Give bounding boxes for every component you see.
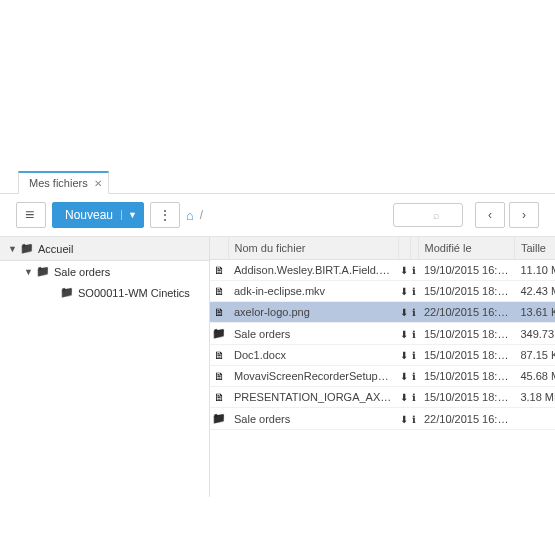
file-modified: 15/10/2015 18:… bbox=[418, 323, 514, 345]
file-modified: 22/10/2015 16:… bbox=[418, 302, 514, 323]
download-icon: ⬇ bbox=[400, 350, 408, 361]
info-icon: ℹ bbox=[412, 265, 416, 276]
file-modified: 22/10/2015 16:… bbox=[418, 408, 514, 430]
info-icon: ℹ bbox=[412, 329, 416, 340]
download-button[interactable]: ⬇ bbox=[398, 408, 410, 430]
folder-icon: 📁 bbox=[212, 412, 226, 424]
download-button[interactable]: ⬇ bbox=[398, 260, 410, 281]
vertical-dots-icon: ⋮ bbox=[158, 208, 172, 222]
download-button[interactable]: ⬇ bbox=[398, 345, 410, 366]
download-icon: ⬇ bbox=[400, 392, 408, 403]
file-size bbox=[514, 408, 555, 430]
table-row[interactable]: 🗎PRESENTATION_IORGA_AXELOR_150416_…⬇ℹ15/… bbox=[210, 387, 555, 408]
file-size: 87.15 KB bbox=[514, 345, 555, 366]
file-name: axelor-logo.png bbox=[228, 302, 398, 323]
file-grid: Nom du fichier Modifié le Taille 🗎Addiso… bbox=[210, 237, 555, 497]
folder-icon bbox=[20, 242, 34, 255]
close-icon[interactable]: ✕ bbox=[94, 178, 102, 189]
tree-root-label: Accueil bbox=[38, 243, 73, 255]
caret-down-icon: ▼ bbox=[24, 267, 32, 277]
file-size: 349.73 KB bbox=[514, 323, 555, 345]
file-modified: 15/10/2015 18:… bbox=[418, 387, 514, 408]
download-icon: ⬇ bbox=[400, 329, 408, 340]
download-icon: ⬇ bbox=[400, 286, 408, 297]
file-size: 45.68 MB bbox=[514, 366, 555, 387]
file-modified: 15/10/2015 18:… bbox=[418, 345, 514, 366]
tree-item-label: Sale orders bbox=[54, 266, 110, 278]
file-size: 42.43 MB bbox=[514, 281, 555, 302]
folder-tree: ▼ Accueil ▼Sale ordersSO00011-WM Cinetic… bbox=[0, 237, 210, 497]
info-button[interactable]: ℹ bbox=[410, 366, 418, 387]
caret-down-icon: ▼ bbox=[8, 244, 16, 254]
file-icon: 🗎 bbox=[214, 264, 225, 276]
search-icon: ⌕ bbox=[433, 209, 440, 221]
more-actions-button[interactable]: ⋮ bbox=[150, 202, 180, 228]
download-button[interactable]: ⬇ bbox=[398, 302, 410, 323]
breadcrumb-sep: / bbox=[200, 208, 203, 222]
col-info bbox=[410, 237, 418, 260]
col-size[interactable]: Taille bbox=[514, 237, 555, 260]
info-icon: ℹ bbox=[412, 371, 416, 382]
new-button-label: Nouveau bbox=[65, 208, 113, 222]
download-button[interactable]: ⬇ bbox=[398, 366, 410, 387]
next-button[interactable]: › bbox=[509, 202, 539, 228]
info-icon: ℹ bbox=[412, 392, 416, 403]
info-button[interactable]: ℹ bbox=[410, 323, 418, 345]
file-modified: 15/10/2015 18:… bbox=[418, 366, 514, 387]
home-icon[interactable]: ⌂ bbox=[186, 208, 194, 223]
file-icon: 🗎 bbox=[214, 306, 225, 318]
file-name: Sale orders bbox=[228, 323, 398, 345]
file-name: Addison.Wesley.BIRT.A.Field.Guide.3rd.Ed… bbox=[228, 260, 398, 281]
info-button[interactable]: ℹ bbox=[410, 408, 418, 430]
file-name: adk-in-eclipse.mkv bbox=[228, 281, 398, 302]
download-button[interactable]: ⬇ bbox=[398, 323, 410, 345]
info-button[interactable]: ℹ bbox=[410, 302, 418, 323]
table-row[interactable]: 📁Sale orders⬇ℹ15/10/2015 18:…349.73 KB bbox=[210, 323, 555, 345]
info-icon: ℹ bbox=[412, 414, 416, 425]
folder-icon bbox=[60, 286, 74, 299]
hamburger-icon bbox=[25, 207, 37, 223]
table-row[interactable]: 🗎adk-in-eclipse.mkv⬇ℹ15/10/2015 18:…42.4… bbox=[210, 281, 555, 302]
tree-item[interactable]: ▼Sale orders bbox=[0, 261, 209, 282]
info-icon: ℹ bbox=[412, 286, 416, 297]
tab-my-files[interactable]: Mes fichiers ✕ bbox=[18, 171, 109, 194]
col-modified[interactable]: Modifié le bbox=[418, 237, 514, 260]
file-size: 13.61 KB bbox=[514, 302, 555, 323]
file-size: 11.10 MB bbox=[514, 260, 555, 281]
table-row[interactable]: 🗎axelor-logo.png⬇ℹ22/10/2015 16:…13.61 K… bbox=[210, 302, 555, 323]
info-button[interactable]: ℹ bbox=[410, 260, 418, 281]
search-input[interactable]: ⌕ bbox=[393, 203, 463, 227]
menu-button[interactable] bbox=[16, 202, 46, 228]
table-row[interactable]: 🗎MovaviScreenRecorderSetupC.exe⬇ℹ15/10/2… bbox=[210, 366, 555, 387]
file-icon: 🗎 bbox=[214, 391, 225, 403]
tree-item-label: SO00011-WM Cinetics bbox=[78, 287, 190, 299]
file-icon: 🗎 bbox=[214, 349, 225, 361]
col-name[interactable]: Nom du fichier bbox=[228, 237, 398, 260]
file-icon: 🗎 bbox=[214, 285, 225, 297]
info-button[interactable]: ℹ bbox=[410, 387, 418, 408]
table-row[interactable]: 🗎Addison.Wesley.BIRT.A.Field.Guide.3rd.E… bbox=[210, 260, 555, 281]
table-row[interactable]: 📁Sale orders⬇ℹ22/10/2015 16:… bbox=[210, 408, 555, 430]
tree-item[interactable]: SO00011-WM Cinetics bbox=[0, 282, 209, 303]
download-button[interactable]: ⬇ bbox=[398, 387, 410, 408]
info-icon: ℹ bbox=[412, 350, 416, 361]
file-modified: 19/10/2015 16:… bbox=[418, 260, 514, 281]
tree-root[interactable]: ▼ Accueil bbox=[0, 237, 209, 261]
file-size: 3.18 MB bbox=[514, 387, 555, 408]
chevron-right-icon: › bbox=[522, 208, 526, 222]
file-icon: 🗎 bbox=[214, 370, 225, 382]
table-row[interactable]: 🗎Doc1.docx⬇ℹ15/10/2015 18:…87.15 KB bbox=[210, 345, 555, 366]
info-button[interactable]: ℹ bbox=[410, 345, 418, 366]
toolbar: Nouveau ▼ ⋮ ⌂ / ⌕ ‹ › bbox=[0, 194, 555, 237]
file-name: Doc1.docx bbox=[228, 345, 398, 366]
download-button[interactable]: ⬇ bbox=[398, 281, 410, 302]
info-button[interactable]: ℹ bbox=[410, 281, 418, 302]
file-modified: 15/10/2015 18:… bbox=[418, 281, 514, 302]
col-icon bbox=[210, 237, 228, 260]
file-name: MovaviScreenRecorderSetupC.exe bbox=[228, 366, 398, 387]
col-dl bbox=[398, 237, 410, 260]
prev-button[interactable]: ‹ bbox=[475, 202, 505, 228]
file-name: PRESENTATION_IORGA_AXELOR_150416_… bbox=[228, 387, 398, 408]
new-button[interactable]: Nouveau ▼ bbox=[52, 202, 144, 228]
download-icon: ⬇ bbox=[400, 307, 408, 318]
